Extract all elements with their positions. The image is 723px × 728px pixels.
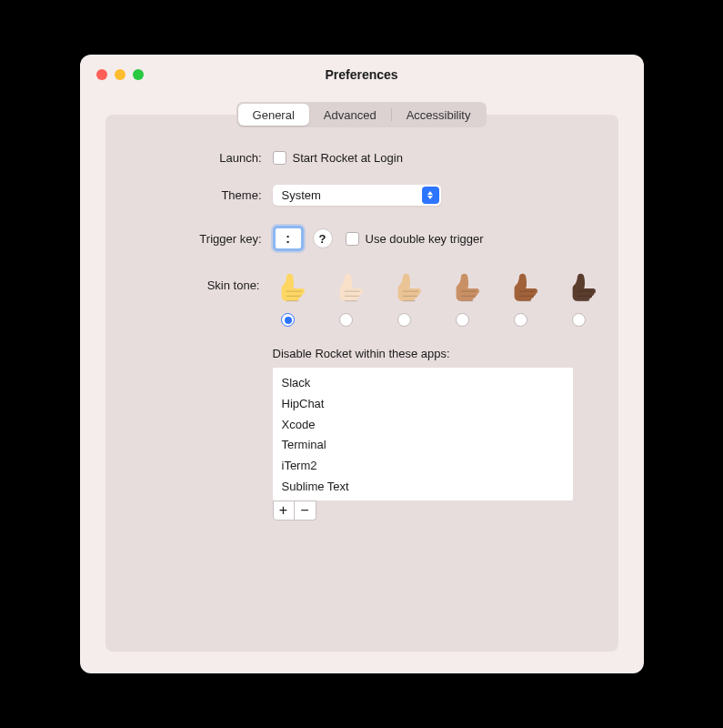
remove-app-button[interactable]: − (295, 500, 316, 521)
preferences-window: Preferences General Advanced Accessibili… (80, 55, 644, 673)
launch-row: Launch: Start Rocket at Login (127, 151, 597, 165)
window-title: Preferences (80, 67, 644, 82)
skin-tone-label: Skin tone: (127, 271, 271, 292)
theme-label: Theme: (127, 188, 273, 202)
skin-tone-option-4[interactable] (504, 271, 538, 327)
thumbs-up-icon (562, 271, 597, 306)
skin-tone-radio[interactable] (339, 313, 353, 327)
double-trigger-checkbox[interactable] (346, 232, 359, 246)
trigger-key-value: : (286, 231, 290, 246)
plus-icon: + (279, 503, 287, 518)
select-arrows-icon (422, 187, 439, 204)
thumbs-up-icon (387, 271, 422, 306)
minus-icon: − (300, 503, 308, 518)
trigger-label: Trigger key: (127, 232, 273, 246)
list-item[interactable]: HipChat (282, 394, 564, 415)
theme-select[interactable]: System (273, 185, 441, 206)
launch-label: Launch: (127, 151, 273, 165)
trigger-row: Trigger key: : ? Use double key trigger (127, 226, 597, 251)
skin-tone-options (271, 271, 597, 327)
list-item[interactable]: Sublime Text (282, 477, 564, 498)
tab-general[interactable]: General (238, 104, 309, 126)
launch-checkbox-label: Start Rocket at Login (293, 151, 403, 165)
thumbs-up-icon (329, 271, 364, 306)
thumbs-up-icon (504, 271, 538, 306)
skin-tone-option-1[interactable] (329, 271, 364, 327)
tab-accessibility[interactable]: Accessibility (392, 104, 486, 126)
skin-tone-radio[interactable] (572, 313, 586, 327)
list-controls: + − (273, 500, 597, 521)
theme-row: Theme: System (127, 185, 597, 206)
trigger-key-input[interactable]: : (273, 226, 304, 251)
thumbs-up-icon (446, 271, 480, 306)
add-app-button[interactable]: + (273, 500, 295, 521)
skin-tone-radio[interactable] (456, 313, 469, 327)
skin-tone-option-2[interactable] (387, 271, 422, 327)
trigger-help-button[interactable]: ? (313, 228, 333, 248)
settings-panel: General Advanced Accessibility Launch: S… (105, 115, 618, 652)
skin-tone-option-0[interactable] (271, 271, 306, 327)
titlebar: Preferences (80, 55, 644, 95)
disable-apps-label: Disable Rocket within these apps: (273, 347, 597, 360)
skin-tone-radio[interactable] (514, 313, 527, 327)
list-item[interactable]: Terminal (282, 435, 564, 456)
launch-checkbox[interactable] (273, 151, 286, 165)
list-item[interactable]: iTerm2 (282, 456, 564, 477)
skin-tone-option-5[interactable] (562, 271, 597, 327)
skin-tone-radio[interactable] (281, 313, 295, 327)
tab-advanced[interactable]: Advanced (309, 104, 391, 126)
list-item[interactable]: Slack (282, 373, 564, 394)
double-trigger-label: Use double key trigger (366, 232, 484, 246)
list-item[interactable]: Xcode (282, 415, 564, 436)
question-icon: ? (319, 232, 326, 246)
skin-tone-radio[interactable] (397, 313, 411, 327)
skin-tone-row: Skin tone: (127, 271, 597, 327)
disabled-apps-list[interactable]: SlackHipChatXcodeTerminaliTerm2Sublime T… (273, 368, 573, 500)
thumbs-up-icon (271, 271, 306, 306)
skin-tone-option-3[interactable] (446, 271, 480, 327)
theme-selected-value: System (282, 188, 321, 202)
disable-apps-section: Disable Rocket within these apps: SlackH… (273, 347, 597, 521)
content-area: General Advanced Accessibility Launch: S… (80, 95, 644, 672)
tab-bar: General Advanced Accessibility (127, 102, 597, 127)
form: Launch: Start Rocket at Login Theme: Sys… (127, 151, 597, 521)
tab-group: General Advanced Accessibility (236, 102, 487, 127)
